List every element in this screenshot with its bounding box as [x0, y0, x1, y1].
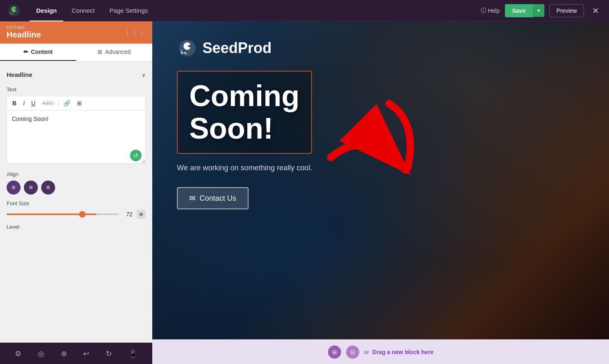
panel-tabs: ✏ Content ⊞ Advanced: [0, 44, 152, 61]
align-center-button[interactable]: ≡: [24, 181, 38, 195]
help-label: Help: [488, 7, 500, 14]
tab-design[interactable]: Design: [30, 5, 63, 16]
block-icon-1[interactable]: ⊞: [328, 345, 341, 359]
bold-button[interactable]: B: [10, 99, 19, 108]
mobile-icon[interactable]: 📱: [128, 349, 137, 358]
seedprod-logo-text: SeedProd: [202, 39, 272, 57]
seedprod-logo-icon: [177, 38, 198, 58]
panel-bottom-bar: ⚙ ◎ ⊕ ↩ ↻ 📱: [0, 343, 152, 364]
headline-block[interactable]: ComingSoon!: [177, 71, 312, 154]
left-panel: EDITING: Headline ⋮⋮⋮ ✏ Content ⊞ Advanc…: [0, 21, 152, 364]
contact-btn-label: Contact Us: [200, 194, 236, 203]
font-size-stepper[interactable]: ⊕: [137, 210, 146, 219]
font-size-row: 72 ⊕: [7, 210, 146, 219]
history-icon[interactable]: ⊕: [61, 349, 67, 358]
tab-content-label: Content: [31, 49, 53, 55]
canvas-area: SeedProd ComingSoon! We are working on s…: [152, 21, 609, 364]
save-button-group: Save ▾: [505, 4, 545, 17]
toolbar-divider: [58, 100, 59, 107]
pencil-icon: ✏: [23, 49, 28, 55]
drop-zone-or: or: [364, 349, 369, 355]
level-label: Level: [7, 224, 146, 230]
main-layout: EDITING: Headline ⋮⋮⋮ ✏ Content ⊞ Advanc…: [0, 21, 609, 364]
grid-small-icon: ⊞: [98, 49, 102, 55]
app-logo: [7, 3, 21, 18]
text-field-label: Text: [7, 86, 146, 93]
panel-header-left: EDITING: Headline: [7, 26, 41, 39]
underline-button[interactable]: U: [29, 99, 37, 108]
panel-title: Headline: [7, 30, 41, 39]
tab-connect[interactable]: Connect: [65, 5, 101, 16]
subtitle-text: We are working on something really cool.: [177, 164, 312, 172]
font-size-value: 72: [123, 211, 132, 218]
font-size-label: Font Size: [7, 200, 146, 206]
seedprod-logo: SeedProd: [177, 38, 272, 58]
tab-content[interactable]: ✏ Content: [0, 44, 76, 61]
contact-us-button[interactable]: ✉ Contact Us: [177, 187, 249, 209]
undo-icon[interactable]: ↩: [83, 349, 89, 358]
strikethrough-button[interactable]: ABC: [40, 99, 56, 108]
italic-button[interactable]: I: [21, 99, 27, 108]
align-left-button[interactable]: ≡: [7, 181, 21, 195]
close-button[interactable]: ✕: [589, 4, 602, 17]
editing-label: EDITING:: [7, 26, 41, 30]
tab-advanced-label: Advanced: [105, 49, 130, 55]
top-nav: Design Connect Page Settings ⓘ Help Save…: [0, 0, 609, 21]
section-title: Headline: [7, 71, 33, 78]
nav-right: ⓘ Help Save ▾ Preview ✕: [481, 4, 602, 17]
more-button[interactable]: ⊞: [75, 99, 84, 108]
help-button[interactable]: ⓘ Help: [481, 7, 500, 14]
align-right-button[interactable]: ≡: [41, 181, 55, 195]
chevron-down-icon[interactable]: ∨: [142, 72, 146, 78]
envelope-icon: ✉: [189, 194, 195, 203]
font-size-slider[interactable]: [7, 213, 119, 215]
redo-icon[interactable]: ↻: [106, 349, 112, 358]
arrow-annotation: [152, 21, 609, 339]
save-button[interactable]: Save: [505, 4, 533, 17]
preview-button[interactable]: Preview: [549, 4, 584, 17]
drop-zone-cta: Drag a new block here: [372, 349, 434, 355]
help-icon: ⓘ: [481, 7, 486, 14]
align-label: Align: [7, 171, 146, 177]
layers-icon[interactable]: ◎: [38, 349, 44, 358]
drop-zone-label: or Drag a new block here: [364, 349, 434, 355]
panel-header: EDITING: Headline ⋮⋮⋮: [0, 21, 152, 44]
drop-zone[interactable]: ⊞ ⊟ or Drag a new block here: [152, 339, 609, 364]
nav-tabs: Design Connect Page Settings: [30, 5, 481, 16]
page-preview: SeedProd ComingSoon! We are working on s…: [152, 21, 609, 339]
block-icon-2[interactable]: ⊟: [346, 345, 359, 359]
text-area-wrapper: Coming Soon! ↺: [7, 110, 146, 165]
grid-icon[interactable]: ⋮⋮⋮: [123, 28, 146, 37]
section-header: Headline ∨: [7, 68, 146, 81]
save-dropdown-button[interactable]: ▾: [533, 4, 544, 17]
link-button[interactable]: 🔗: [61, 99, 72, 108]
tab-page-settings[interactable]: Page Settings: [103, 5, 154, 16]
text-toolbar: B I U ABC 🔗 ⊞: [7, 96, 146, 110]
text-editor[interactable]: Coming Soon!: [7, 110, 146, 164]
settings-icon[interactable]: ⚙: [15, 349, 21, 358]
align-buttons: ≡ ≡ ≡: [7, 181, 146, 195]
ai-assist-button[interactable]: ↺: [130, 150, 142, 161]
panel-content: Headline ∨ Text B I U ABC 🔗 ⊞ Coming Soo…: [0, 61, 152, 343]
headline-text: ComingSoon!: [189, 80, 300, 145]
tab-advanced[interactable]: ⊞ Advanced: [76, 44, 152, 61]
